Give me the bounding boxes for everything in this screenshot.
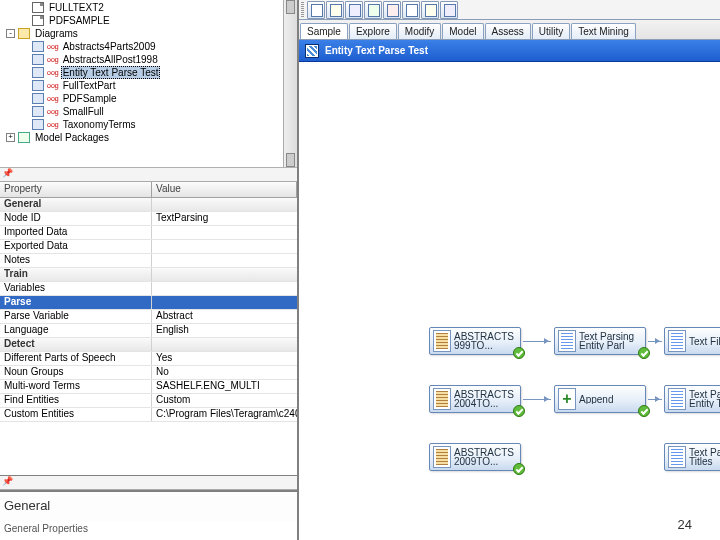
expand-icon[interactable]: + — [6, 133, 15, 142]
tree-scrollbar[interactable] — [283, 0, 297, 167]
spacer — [20, 120, 29, 129]
diagram-icon — [32, 41, 44, 52]
toolbar-btn-4[interactable] — [364, 1, 382, 19]
property-row[interactable]: Variables — [0, 282, 297, 296]
status-ok-icon — [513, 347, 525, 359]
diagram-icon — [32, 80, 44, 91]
property-value[interactable]: English — [152, 324, 297, 337]
property-row[interactable]: Find EntitiesCustom — [0, 394, 297, 408]
property-row[interactable]: Imported Data — [0, 226, 297, 240]
tree-item[interactable]: PDFSAMPLE — [6, 14, 297, 27]
tree-item[interactable]: oogSmallFull — [6, 105, 297, 118]
tree-item[interactable]: -Diagrams — [6, 27, 297, 40]
property-row[interactable]: Multi-word TermsSASHELF.ENG_MULTI — [0, 380, 297, 394]
property-row[interactable]: Noun GroupsNo — [0, 366, 297, 380]
col-property-header[interactable]: Property — [0, 182, 152, 197]
tree-item[interactable]: +Model Packages — [6, 131, 297, 144]
property-section[interactable]: Detect — [0, 338, 297, 352]
tab-modify[interactable]: Modify — [398, 23, 441, 39]
tool-icon — [668, 330, 686, 352]
property-section[interactable]: Parse — [0, 296, 297, 310]
toolbar-btn-8[interactable] — [440, 1, 458, 19]
diagram-canvas[interactable]: ABSTRACTS999TO... Text ParsingEntity Par… — [299, 62, 720, 540]
tree-item[interactable]: oogEntity Text Parse Test — [6, 66, 297, 79]
tree-item[interactable]: oogFullTextPart — [6, 79, 297, 92]
flow-arrow — [523, 399, 551, 400]
node-text-parsing-entity-parl[interactable]: Text ParsingEntity Parl — [554, 327, 646, 355]
tree-item-label: FULLTEXT2 — [47, 2, 106, 13]
node-abstracts-2009to[interactable]: ABSTRACTS2009TO... — [429, 443, 521, 471]
node-append[interactable]: Append — [554, 385, 646, 413]
property-value — [152, 296, 297, 309]
node-abstracts-999to[interactable]: ABSTRACTS999TO... — [429, 327, 521, 355]
tab-model[interactable]: Model — [442, 23, 483, 39]
property-row[interactable]: Exported Data — [0, 240, 297, 254]
property-section[interactable]: General — [0, 198, 297, 212]
col-value-header[interactable]: Value — [152, 182, 297, 197]
property-value[interactable] — [152, 254, 297, 267]
node-text-filter-2[interactable]: Text Filter (2) — [664, 327, 720, 355]
spacer — [20, 81, 29, 90]
tab-explore[interactable]: Explore — [349, 23, 397, 39]
collapse-icon[interactable]: - — [6, 29, 15, 38]
property-row[interactable]: LanguageEnglish — [0, 324, 297, 338]
toolbar — [299, 0, 720, 20]
tab-assess[interactable]: Assess — [485, 23, 531, 39]
spacer — [20, 55, 29, 64]
tree-item[interactable]: oogPDFSample — [6, 92, 297, 105]
project-tree[interactable]: FULLTEXT2PDFSAMPLE-DiagramsoogAbstracts4… — [0, 0, 297, 168]
property-value[interactable]: No — [152, 366, 297, 379]
tab-sample[interactable]: Sample — [300, 23, 348, 39]
toolbar-btn-3[interactable] — [345, 1, 363, 19]
node-text-parsing-entity-test[interactable]: Text ParsingEntity Test — [664, 385, 720, 413]
property-key: Parse Variable — [0, 310, 152, 323]
toolbar-btn-7[interactable] — [421, 1, 439, 19]
tree-item[interactable]: oogTaxonomyTerms — [6, 118, 297, 131]
ext-badge: oog — [47, 56, 59, 63]
property-row[interactable]: Custom EntitiesC:\Program Files\Teragram… — [0, 408, 297, 422]
property-value[interactable]: Custom — [152, 394, 297, 407]
property-row[interactable]: Different Parts of SpeechYes — [0, 352, 297, 366]
property-key: Train — [0, 268, 152, 281]
property-section[interactable]: Train — [0, 268, 297, 282]
property-value — [152, 268, 297, 281]
property-value[interactable] — [152, 282, 297, 295]
tab-text-mining[interactable]: Text Mining — [571, 23, 636, 39]
property-value[interactable]: Abstract — [152, 310, 297, 323]
diagram-icon — [32, 119, 44, 130]
property-value[interactable]: TextParsing — [152, 212, 297, 225]
slide-number: 24 — [678, 517, 692, 532]
property-row[interactable]: Notes — [0, 254, 297, 268]
spacer — [20, 68, 29, 77]
toolbar-btn-5[interactable] — [383, 1, 401, 19]
node-text-parsing-titles[interactable]: Text Parsing -Titles — [664, 443, 720, 471]
properties-table[interactable]: Property Value GeneralNode IDTextParsing… — [0, 182, 297, 476]
canvas-title-bar: Entity Text Parse Test — [299, 40, 720, 62]
diagram-icon — [305, 44, 319, 58]
spacer — [20, 42, 29, 51]
property-row[interactable]: Parse VariableAbstract — [0, 310, 297, 324]
toolbar-btn-6[interactable] — [402, 1, 420, 19]
toolbar-btn-1[interactable] — [307, 1, 325, 19]
pkg-icon — [18, 132, 30, 143]
flow-arrow — [648, 341, 662, 342]
ext-badge: oog — [47, 82, 59, 89]
property-value[interactable]: Yes — [152, 352, 297, 365]
property-value[interactable] — [152, 240, 297, 253]
node-abstracts-2004to[interactable]: ABSTRACTS2004TO... — [429, 385, 521, 413]
property-value[interactable]: C:\Program Files\Teragram\c2400 — [152, 408, 297, 421]
tree-item[interactable]: oogAbstracts4Parts2009 — [6, 40, 297, 53]
tree-item[interactable]: FULLTEXT2 — [6, 1, 297, 14]
tab-utility[interactable]: Utility — [532, 23, 570, 39]
property-value[interactable]: SASHELF.ENG_MULTI — [152, 380, 297, 393]
diagram-icon — [32, 67, 44, 78]
tree-item-label: Abstracts4Parts2009 — [61, 41, 158, 52]
toolbar-btn-2[interactable] — [326, 1, 344, 19]
pin-row-2 — [0, 476, 297, 490]
tree-item-label: PDFSample — [61, 93, 119, 104]
property-key: Find Entities — [0, 394, 152, 407]
tree-item[interactable]: oogAbstractsAllPost1998 — [6, 53, 297, 66]
property-row[interactable]: Node IDTextParsing — [0, 212, 297, 226]
spacer — [20, 107, 29, 116]
property-value[interactable] — [152, 226, 297, 239]
